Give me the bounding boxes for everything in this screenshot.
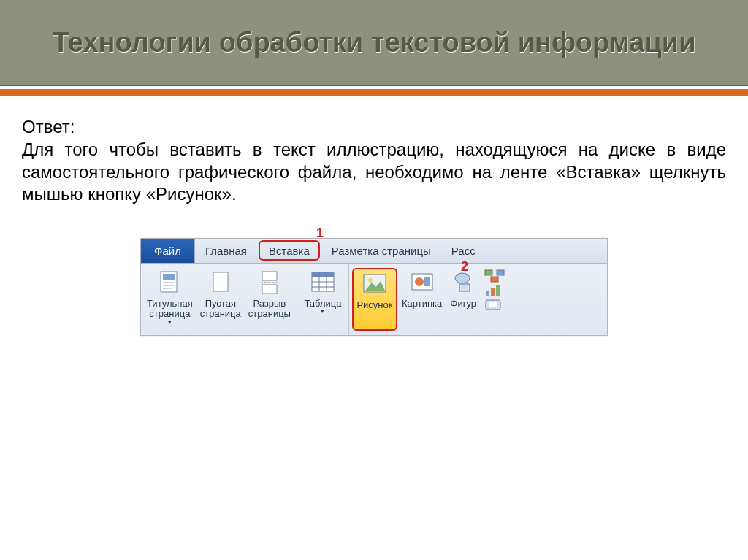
- svg-rect-6: [262, 272, 277, 280]
- svg-rect-5: [213, 272, 228, 291]
- picture-button[interactable]: Рисунок: [352, 268, 397, 331]
- svg-rect-27: [496, 285, 500, 296]
- small-buttons-stack: [481, 268, 508, 332]
- svg-rect-23: [497, 270, 504, 275]
- clipart-icon: [409, 269, 435, 296]
- ribbon-tabs: 1 2 Файл Главная Вставка Разметка страни…: [141, 239, 607, 264]
- tab-home[interactable]: Главная: [195, 239, 257, 263]
- svg-rect-10: [312, 272, 334, 277]
- dropdown-icon: ▾: [168, 318, 172, 326]
- svg-rect-29: [489, 302, 497, 307]
- slide-title: Технологии обработки текстовой информаци…: [52, 27, 695, 59]
- screenshot-icon[interactable]: [484, 299, 505, 312]
- svg-point-18: [415, 277, 424, 286]
- chart-icon[interactable]: [484, 284, 505, 297]
- blank-page-icon: [207, 269, 234, 296]
- annotation-2: 2: [461, 259, 468, 275]
- svg-rect-25: [486, 291, 489, 296]
- slide-header: Технологии обработки текстовой информаци…: [0, 0, 748, 86]
- smartart-icon[interactable]: [484, 269, 505, 283]
- page-break-icon: [256, 269, 283, 296]
- answer-block: Ответ: Для того чтобы вставить в текст и…: [0, 96, 748, 206]
- answer-text: Для того чтобы вставить в текст иллюстра…: [22, 139, 726, 206]
- svg-rect-21: [459, 284, 470, 291]
- accent-bar: [0, 89, 748, 96]
- dropdown-icon: ▾: [321, 307, 324, 315]
- svg-point-20: [455, 273, 470, 283]
- answer-label: Ответ:: [22, 117, 726, 137]
- svg-point-16: [368, 278, 373, 283]
- group-illustrations: Рисунок Картинка Фигур: [349, 264, 511, 335]
- picture-label: Рисунок: [356, 300, 392, 310]
- page-break-label: Разрывстраницы: [248, 299, 291, 320]
- shapes-label: Фигур: [451, 299, 476, 309]
- svg-rect-19: [424, 277, 430, 286]
- table-button[interactable]: Таблица ▾: [300, 268, 346, 331]
- group-tables: Таблица ▾: [297, 264, 349, 335]
- svg-rect-1: [163, 274, 175, 280]
- tab-page-layout[interactable]: Разметка страницы: [321, 239, 441, 263]
- table-icon: [310, 269, 336, 296]
- ribbon-groups: Титульнаястраница ▾ Пустаястраница Разры…: [141, 264, 607, 335]
- picture-icon: [362, 271, 388, 297]
- clipart-label: Картинка: [402, 299, 442, 309]
- svg-rect-24: [491, 277, 498, 282]
- word-ribbon: 1 2 Файл Главная Вставка Разметка страни…: [140, 238, 608, 336]
- cover-page-label: Титульнаястраница: [147, 299, 193, 320]
- group-pages: Титульнаястраница ▾ Пустаястраница Разры…: [141, 264, 297, 335]
- svg-rect-26: [491, 288, 495, 296]
- cover-page-button[interactable]: Титульнаястраница ▾: [144, 268, 196, 331]
- tab-insert[interactable]: Вставка: [259, 240, 320, 261]
- blank-page-label: Пустаястраница: [200, 299, 241, 320]
- blank-page-button[interactable]: Пустаястраница: [197, 268, 244, 331]
- svg-rect-22: [485, 270, 492, 275]
- clipart-button[interactable]: Картинка: [399, 268, 445, 331]
- cover-page-icon: [156, 269, 183, 296]
- page-break-button[interactable]: Разрывстраницы: [245, 268, 294, 331]
- shapes-button[interactable]: Фигур: [446, 268, 480, 331]
- tab-file[interactable]: Файл: [141, 239, 195, 263]
- annotation-1: 1: [316, 226, 324, 241]
- svg-rect-7: [262, 285, 277, 294]
